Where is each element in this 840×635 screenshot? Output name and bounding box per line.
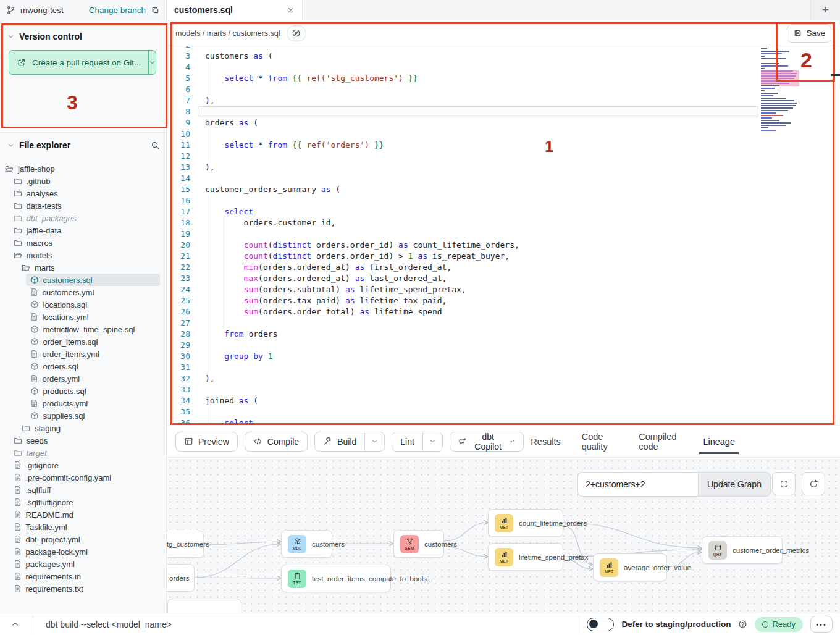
code-line-11[interactable]: 11 select * from {{ ref('orders') }} — [167, 140, 840, 151]
code-line-22[interactable]: 22 min(orders.ordered_at) as first_order… — [167, 262, 840, 273]
code-line-32[interactable]: 32), — [167, 373, 840, 384]
more-options-button[interactable]: ••• — [810, 616, 833, 633]
tree-item-jaffle-data[interactable]: jaffle-data — [0, 224, 166, 237]
tab-results[interactable]: Results — [531, 426, 560, 457]
file-explorer-header[interactable]: File explorer — [0, 139, 166, 151]
code-line-31[interactable]: 31 — [167, 362, 840, 373]
code-line-5[interactable]: 5 select * from {{ ref('stg_customers') … — [167, 73, 840, 84]
build-button[interactable]: Build — [315, 432, 364, 451]
close-tab-icon[interactable] — [287, 6, 295, 14]
code-line-2[interactable]: 2 — [167, 46, 840, 51]
compile-button[interactable]: Compile — [245, 432, 308, 452]
lint-dropdown[interactable] — [422, 432, 442, 451]
build-dropdown[interactable] — [364, 432, 384, 451]
lineage-node-stg-customers[interactable]: MDLstg_customers — [167, 531, 204, 558]
tree-item-target[interactable]: target — [0, 447, 166, 459]
tree-item-taskfile-yml[interactable]: Taskfile.yml — [0, 521, 166, 533]
tree-item-dbt-packages[interactable]: dbt_packages — [0, 212, 166, 224]
tree-item-order-items-yml[interactable]: order_items.yml — [0, 348, 166, 360]
code-line-8[interactable]: 8 — [167, 106, 840, 117]
search-icon[interactable] — [151, 141, 160, 150]
lineage-selector-input[interactable] — [578, 472, 698, 497]
save-button[interactable]: Save — [787, 24, 831, 43]
code-line-28[interactable]: 28 from orders — [167, 329, 840, 340]
chevron-up-icon[interactable] — [11, 620, 19, 628]
version-control-header[interactable]: Version control — [0, 30, 166, 43]
tree-item-data-tests[interactable]: data-tests — [0, 200, 166, 212]
lineage-node-count-lifetime-orders[interactable]: METcount_lifetime_orders — [488, 509, 563, 537]
code-line-3[interactable]: 3customers as ( — [167, 51, 840, 62]
lineage-node-customers[interactable]: MDLcustomers — [281, 530, 332, 558]
tree-item-locations-yml[interactable]: locations.yml — [0, 311, 166, 323]
code-line-16[interactable]: 16 — [167, 195, 840, 206]
tree-item-customers-yml[interactable]: customers.yml — [0, 286, 166, 298]
lineage-node-average-order-value[interactable]: METaverage_order_value — [593, 553, 667, 581]
tree-item-packages-yml[interactable]: packages.yml — [0, 558, 166, 570]
tab-code-quality[interactable]: Code quality — [582, 426, 618, 457]
tree-item--github[interactable]: .github — [0, 175, 166, 187]
lint-button[interactable]: Lint — [392, 432, 422, 451]
tab-lineage[interactable]: Lineage — [703, 426, 735, 457]
code-line-7[interactable]: 7), — [167, 95, 840, 106]
tree-item-package-lock-yml[interactable]: package-lock.yml — [0, 545, 166, 558]
refresh-button[interactable] — [802, 472, 825, 495]
code-line-34[interactable]: 34joined as ( — [167, 395, 840, 406]
tree-item-orders-yml[interactable]: orders.yml — [0, 372, 166, 385]
code-line-29[interactable]: 29 — [167, 340, 840, 351]
tree-item-requirements-in[interactable]: requirements.in — [0, 570, 166, 582]
code-line-4[interactable]: 4 — [167, 62, 840, 73]
tree-item-staging[interactable]: staging — [0, 422, 166, 434]
tree-item-models[interactable]: models — [0, 249, 166, 261]
lineage-node-customers[interactable]: SEMcustomers — [393, 530, 444, 558]
code-line-24[interactable]: 24 sum(orders.subtotal) as lifetime_spen… — [167, 284, 840, 295]
tree-item-readme-md[interactable]: README.md — [0, 508, 166, 521]
lineage-node-orders[interactable]: MDLorders — [167, 564, 195, 592]
tree-item-products-sql[interactable]: products.sql — [0, 385, 166, 397]
code-line-27[interactable]: 27 — [167, 318, 840, 329]
copilot-badge-icon[interactable] — [287, 25, 306, 41]
create-pr-main[interactable]: Create a pull request on Git... — [9, 51, 148, 74]
code-line-26[interactable]: 26 sum(orders.order_total) as lifetime_s… — [167, 306, 840, 318]
change-branch-link[interactable]: Change branch — [89, 6, 146, 15]
create-pr-dropdown[interactable] — [148, 51, 156, 74]
tree-item-seeds[interactable]: seeds — [0, 434, 166, 447]
code-line-12[interactable]: 12 — [167, 151, 840, 162]
tree-item-products-yml[interactable]: products.yml — [0, 397, 166, 410]
code-line-35[interactable]: 35 — [167, 406, 840, 418]
code-line-20[interactable]: 20 count(distinct orders.order_id) as co… — [167, 240, 840, 251]
new-tab-button[interactable]: + — [810, 0, 840, 20]
code-line-15[interactable]: 15customer_orders_summary as ( — [167, 184, 840, 195]
lineage-node-partial[interactable] — [167, 599, 242, 613]
code-line-33[interactable]: 33 — [167, 384, 840, 395]
tree-item-supplies-sql[interactable]: supplies.sql — [0, 410, 166, 422]
defer-toggle[interactable] — [587, 618, 614, 631]
code-line-25[interactable]: 25 sum(orders.tax_paid) as lifetime_tax_… — [167, 295, 840, 306]
tree-item-jaffle-shop[interactable]: jaffle-shop — [0, 162, 166, 175]
code-line-23[interactable]: 23 max(orders.ordered_at) as last_ordere… — [167, 273, 840, 284]
tree-item-metricflow-time-spine-sql[interactable]: metricflow_time_spine.sql — [0, 323, 166, 335]
tab-customers-sql[interactable]: customers.sql — [167, 0, 303, 20]
code-line-6[interactable]: 6 — [167, 84, 840, 95]
code-editor[interactable]: 23customers as (45 select * from {{ ref(… — [167, 46, 840, 425]
dbt-copilot-button[interactable]: dbt Copilot — [450, 432, 524, 452]
tree-item--sqlfluffignore[interactable]: .sqlfluffignore — [0, 496, 166, 508]
tree-item-dbt-project-yml[interactable]: dbt_project.yml — [0, 533, 166, 545]
code-line-36[interactable]: 36 select — [167, 418, 840, 425]
tree-item-marts[interactable]: marts — [0, 261, 166, 274]
update-graph-button[interactable]: Update Graph — [698, 472, 771, 497]
lineage-node-lifetime-spend-pretax[interactable]: METlifetime_spend_pretax — [488, 543, 563, 571]
command-input[interactable]: dbt build --select <model_name> — [46, 620, 172, 629]
lineage-node-test-order-items-compute-to-bools-[interactable]: TSTtest_order_items_compute_to_bools... — [281, 565, 391, 592]
code-line-9[interactable]: 9orders as ( — [167, 117, 840, 128]
code-line-17[interactable]: 17 select — [167, 206, 840, 217]
code-line-14[interactable]: 14 — [167, 173, 840, 184]
tree-item--sqlfluff[interactable]: .sqlfluff — [0, 484, 166, 496]
tree-item-macros[interactable]: macros — [0, 237, 166, 249]
code-line-13[interactable]: 13), — [167, 162, 840, 173]
tree-item--pre-commit-config-yaml[interactable]: .pre-commit-config.yaml — [0, 471, 166, 484]
code-line-10[interactable]: 10 — [167, 128, 840, 140]
minimap[interactable] — [761, 48, 814, 132]
help-icon[interactable] — [738, 620, 747, 629]
code-line-21[interactable]: 21 count(distinct orders.order_id) > 1 a… — [167, 251, 840, 262]
lineage-node-customer-order-metrics[interactable]: QRYcustomer_order_metrics — [702, 536, 783, 564]
